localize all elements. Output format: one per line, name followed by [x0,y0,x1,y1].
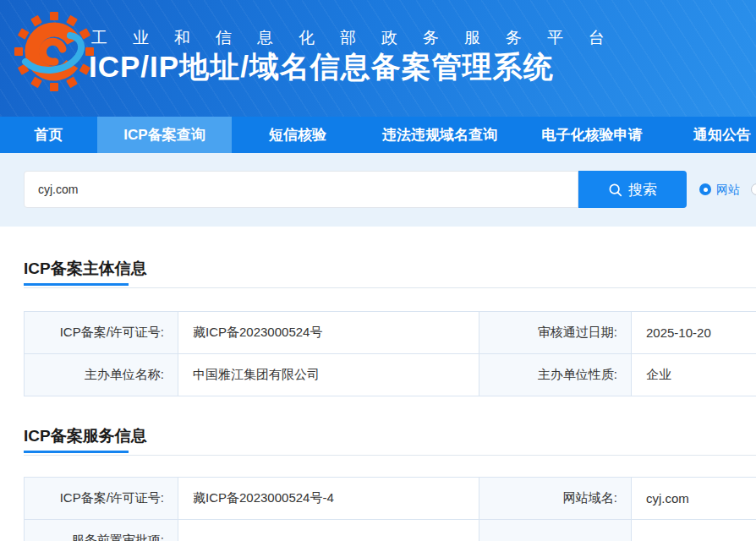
nav-tab-sms-verify[interactable]: 短信核验 [232,117,364,153]
platform-title: 工业和信息化部政务服务平台 [91,27,630,49]
field-label: 网站域名: [479,478,632,520]
nav-tab-illegal-domains[interactable]: 违法违规域名查询 [364,117,516,153]
system-title: ICP/IP地址/域名信息备案管理系统 [89,47,554,87]
field-value [178,520,479,541]
service-info-table: ICP备案/许可证号: 藏ICP备2023000524号-4 网站域名: cyj… [24,477,756,541]
radio-website-selected-icon[interactable] [699,183,711,195]
domain-search-input[interactable] [24,171,578,208]
field-label: 服务前置审批项: [25,520,178,541]
field-value: 中国雅江集团有限公司 [178,354,479,396]
nav-tab-icp-query[interactable]: ICP备案查询 [97,117,232,153]
nav-tab-home[interactable]: 首页 [0,117,97,153]
search-button-label: 搜索 [628,180,657,199]
service-info-heading: ICP备案服务信息 [24,425,756,447]
field-value: cyj.com [632,478,756,520]
field-label [479,520,632,541]
field-value: 藏ICP备2023000524号-4 [178,478,479,520]
table-row: ICP备案/许可证号: 藏ICP备2023000524号-4 网站域名: cyj… [25,478,756,520]
results-content: ICP备案主体信息 ICP备案/许可证号: 藏ICP备2023000524号 审… [0,258,756,541]
radio-next-option-partial-icon[interactable] [751,183,756,195]
nav-tab-e-verification[interactable]: 电子化核验申请 [516,117,668,153]
subject-info-table: ICP备案/许可证号: 藏ICP备2023000524号 审核通过日期: 202… [24,311,756,396]
field-value: 企业 [632,354,756,396]
field-label: ICP备案/许可证号: [25,478,178,520]
nav-tab-notices[interactable]: 通知公告 [677,117,756,153]
search-section: 搜索 网站 [0,153,756,227]
field-label: 主办单位性质: [479,354,632,396]
field-label: 主办单位名称: [25,354,178,396]
field-label: 审核通过日期: [479,312,632,354]
field-value [632,520,756,541]
subject-info-section-head: ICP备案主体信息 [24,258,756,288]
main-nav: 首页 ICP备案查询 短信核验 违法违规域名查询 电子化核验申请 通知公告 [0,117,756,153]
field-value: 2025-10-20 [632,312,756,354]
subject-info-heading: ICP备案主体信息 [24,258,756,280]
field-value: 藏ICP备2023000524号 [178,312,479,354]
search-button[interactable]: 搜索 [578,171,687,208]
service-info-section-head: ICP备案服务信息 [24,425,756,456]
site-header: 工业和信息化部政务服务平台 ICP/IP地址/域名信息备案管理系统 [0,0,756,117]
search-icon [608,183,622,197]
icp-filing-page: 工业和信息化部政务服务平台 ICP/IP地址/域名信息备案管理系统 首页 ICP… [0,0,756,541]
field-label: ICP备案/许可证号: [25,312,178,354]
table-row: 主办单位名称: 中国雅江集团有限公司 主办单位性质: 企业 [25,354,756,396]
miit-gear-e-logo-icon [14,11,95,92]
table-row: 服务前置审批项: [25,520,756,541]
radio-website-label[interactable]: 网站 [716,183,740,198]
table-row: ICP备案/许可证号: 藏ICP备2023000524号 审核通过日期: 202… [25,312,756,354]
